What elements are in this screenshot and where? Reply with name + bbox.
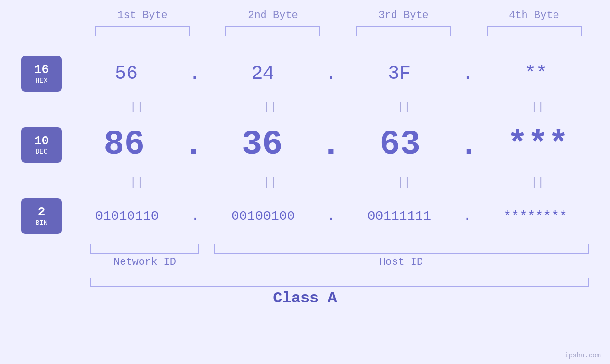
byte-headers: 1st Byte 2nd Byte 3rd Byte 4th Byte xyxy=(77,9,600,21)
bin-row: 2 BIN 01010110 . 00100100 . 00111111 . *… xyxy=(0,192,610,240)
byte4-header: 4th Byte xyxy=(487,9,582,21)
hex-values: 56 . 24 . 3F . ** xyxy=(62,63,610,84)
byte1-header: 1st Byte xyxy=(95,9,190,21)
dec-b2: 36 xyxy=(215,125,310,164)
network-bracket xyxy=(90,244,199,254)
bin-b2: 00100100 xyxy=(216,209,310,224)
hex-dot3: . xyxy=(462,63,473,84)
dec-b1: 86 xyxy=(77,125,172,164)
bin-base-number: 2 xyxy=(38,205,46,219)
hex-row: 16 HEX 56 . 24 . 3F . ** xyxy=(0,50,610,97)
pipe-2b: || xyxy=(223,177,318,189)
hex-dot1: . xyxy=(189,63,200,84)
host-id-label: Host ID xyxy=(214,256,589,268)
class-label: Class A xyxy=(0,289,610,307)
hex-b1: 56 xyxy=(79,63,174,84)
sep-values-1: || || || || xyxy=(74,101,610,113)
bottom-labels: Network ID Host ID xyxy=(90,256,589,268)
bin-label: 2 BIN xyxy=(21,198,62,234)
hex-b4: ** xyxy=(488,63,583,84)
bin-dot2: . xyxy=(327,209,335,224)
dec-base-number: 10 xyxy=(34,134,49,148)
sep-row-2: || || || || xyxy=(0,173,610,192)
pipe-1d: || xyxy=(490,101,585,113)
main-container: 1st Byte 2nd Byte 3rd Byte 4th Byte 16 H… xyxy=(0,0,610,364)
top-bracket-1 xyxy=(95,26,190,36)
top-bracket-2 xyxy=(225,26,320,36)
dec-b4: *** xyxy=(490,125,585,164)
dec-row: 10 DEC 86 . 36 . 63 . *** xyxy=(0,116,610,173)
dec-b3: 63 xyxy=(353,125,448,164)
top-bracket-3 xyxy=(356,26,451,36)
bin-dot3: . xyxy=(463,209,471,224)
bin-dot1: . xyxy=(191,209,199,224)
dec-dot3: . xyxy=(459,125,479,164)
byte2-header: 2nd Byte xyxy=(225,9,320,21)
hex-base-name: HEX xyxy=(36,77,47,84)
byte3-header: 3rd Byte xyxy=(356,9,451,21)
hex-b3: 3F xyxy=(352,63,447,84)
dec-dot1: . xyxy=(183,125,203,164)
bin-b4: ******** xyxy=(488,209,583,224)
dec-dot2: . xyxy=(321,125,341,164)
bin-base-name: BIN xyxy=(36,219,47,227)
pipe-2a: || xyxy=(89,177,184,189)
watermark: ipshu.com xyxy=(564,352,601,359)
dec-label: 10 DEC xyxy=(21,127,62,163)
sep-row-1: || || || || xyxy=(0,97,610,116)
bin-b3: 00111111 xyxy=(352,209,447,224)
pipe-1b: || xyxy=(223,101,318,113)
bottom-section: Network ID Host ID Class A xyxy=(0,244,610,307)
pipe-2d: || xyxy=(490,177,585,189)
top-bracket-4 xyxy=(487,26,582,36)
network-id-label: Network ID xyxy=(90,256,199,268)
top-brackets xyxy=(77,26,600,36)
hex-label: 16 HEX xyxy=(21,56,62,92)
pipe-1a: || xyxy=(89,101,184,113)
pipe-2c: || xyxy=(357,177,451,189)
dec-values: 86 . 36 . 63 . *** xyxy=(62,125,610,164)
sep-values-2: || || || || xyxy=(74,177,610,189)
host-bracket xyxy=(214,244,589,254)
hex-b2: 24 xyxy=(216,63,310,84)
bin-values: 01010110 . 00100100 . 00111111 . *******… xyxy=(62,209,610,224)
hex-base-number: 16 xyxy=(34,63,49,77)
dec-base-name: DEC xyxy=(36,148,47,156)
pipe-1c: || xyxy=(357,101,451,113)
hex-dot2: . xyxy=(325,63,337,84)
bottom-brackets xyxy=(90,244,589,254)
bin-b1: 01010110 xyxy=(79,209,174,224)
outer-bracket xyxy=(90,278,589,287)
